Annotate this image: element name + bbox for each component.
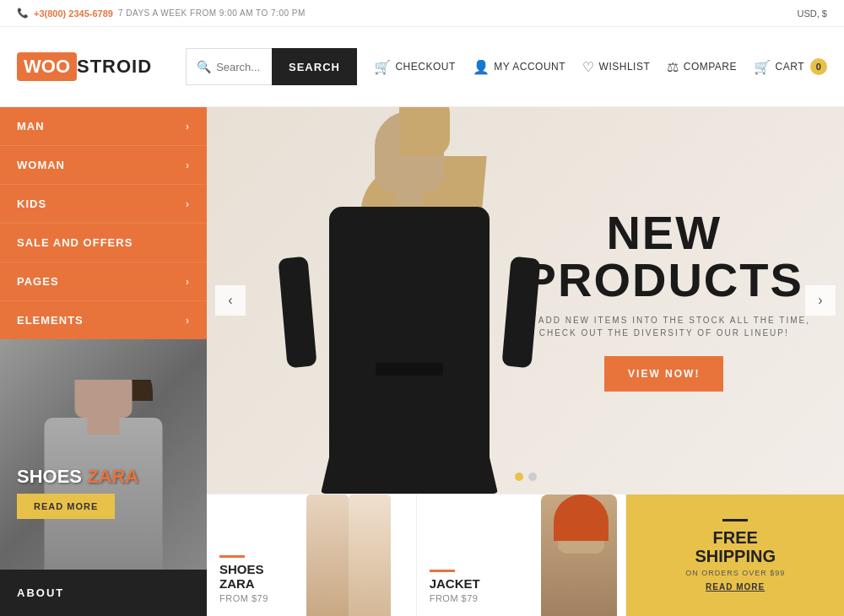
logo[interactable]: WOO STROID [17, 52, 152, 81]
promo-title: SHOES ZARA [17, 467, 138, 487]
slider-prev-button[interactable]: ‹ [215, 285, 246, 316]
compare-icon: ⚖ [667, 59, 679, 75]
compare-label: CoMpARE [684, 61, 737, 73]
wishlist-nav[interactable]: ♡ WISHLIST [582, 59, 650, 75]
product-card-jacket[interactable]: JACKET FROM $79 [417, 494, 627, 616]
cart-badge: 0 [810, 58, 827, 75]
hero-cta-button[interactable]: VIEW NOW! [604, 356, 723, 392]
about-label: ABOUT [17, 586, 64, 599]
logo-stroid[interactable]: STROID [77, 56, 152, 78]
sidebar-item-woman-label: WOMAN [17, 159, 65, 171]
sidebar-arrow-man: › [186, 121, 190, 132]
sidebar-nav: MAN › WOMAN › KIDS › SALE AND OFFERS PAG… [0, 107, 207, 339]
slider-dot-2[interactable] [528, 473, 537, 481]
sidebar-item-man[interactable]: MAN › [0, 107, 207, 146]
product-thumb-shoes [290, 494, 416, 616]
sidebar-item-kids[interactable]: KIDS › [0, 185, 207, 224]
promo-text-block: SHOES ZARA READ MORE [17, 467, 138, 519]
promo-accent: ZARA [87, 466, 138, 487]
account-icon: 👤 [473, 59, 490, 75]
product-card-shipping[interactable]: FREESHIPPING ON ORDERS OVER $99 READ MOR… [626, 494, 844, 616]
phone-icon: 📞 [17, 8, 29, 19]
hero-slider: NEW PRODUCTS WE ADD NEW ITEMS INTO THE S… [207, 107, 844, 494]
content-area: NEW PRODUCTS WE ADD NEW ITEMS INTO THE S… [207, 107, 844, 616]
sidebar-promo: SHOES ZARA READ MORE [0, 339, 207, 570]
product-accent-shoes [219, 555, 245, 558]
shipping-subtitle: ON ORDERS OVER $99 [685, 569, 785, 577]
shipping-read-more-button[interactable]: READ MORE [706, 582, 765, 592]
sidebar-item-elements[interactable]: ELEMENTS › [0, 301, 207, 339]
heart-icon: ♡ [582, 59, 595, 75]
top-bar-contact: 📞 +3(800) 2345-6789 7 DAYS A WEEK FROM 9… [17, 8, 306, 19]
phone-number[interactable]: +3(800) 2345-6789 [34, 8, 113, 19]
product-card-shoes[interactable]: SHOESZARA FROM $79 [207, 494, 417, 616]
account-nav[interactable]: 👤 MY ACCOUNT [473, 59, 565, 75]
sidebar-item-pages-label: PAGES [17, 275, 59, 288]
sidebar-arrow-kids: › [186, 198, 190, 210]
search-input-wrap: 🔍 [186, 48, 272, 85]
search-icon: 🔍 [197, 60, 211, 73]
hero-title: NEW PRODUCTS [517, 209, 810, 304]
shipping-title: FREESHIPPING [695, 528, 776, 565]
hero-model-figure [274, 131, 544, 494]
product-accent-jacket [430, 570, 455, 572]
sidebar-item-man-label: MAN [17, 120, 45, 132]
product-row: SHOESZARA FROM $79 JACKET FROM $79 [207, 494, 844, 616]
hero-text-block: NEW PRODUCTS WE ADD NEW ITEMS INTO THE S… [517, 209, 810, 392]
hero-subtitle: WE ADD NEW ITEMS INTO THE STOCK ALL THE … [517, 314, 810, 339]
currency-selector[interactable]: USD, $ [798, 8, 827, 19]
header-nav: 🛒 CHECKOUT 👤 MY ACCOUNT ♡ WISHLIST ⚖ CoM… [374, 58, 827, 75]
slider-dots [515, 473, 537, 481]
slider-next-button[interactable]: › [805, 285, 836, 316]
header: WOO STROID 🔍 SEARCH 🛒 CHECKOUT 👤 MY ACCO… [0, 27, 844, 107]
hero-title-line1: NEW [517, 209, 810, 257]
sidebar-item-elements-label: ELEMENTS [17, 314, 84, 327]
compare-nav[interactable]: ⚖ CoMpARE [667, 59, 737, 75]
sidebar-arrow-woman: › [186, 159, 190, 171]
cart-nav[interactable]: 🛒 CarT 0 [754, 58, 827, 75]
account-label: MY ACCOUNT [494, 61, 565, 73]
checkout-label: CHECKOUT [395, 61, 455, 73]
sidebar-item-sale[interactable]: SALE AND OFFERS [0, 224, 207, 262]
sidebar-arrow-pages: › [186, 276, 190, 288]
shipping-accent [722, 519, 748, 521]
sidebar-item-pages[interactable]: PAGES › [0, 262, 207, 301]
search-bar: 🔍 SEARCH [186, 48, 357, 85]
logo-woo[interactable]: WOO [17, 52, 77, 81]
promo-read-more-button[interactable]: READ MORE [17, 494, 115, 519]
wishlist-label: WISHLIST [599, 61, 651, 73]
checkout-icon: 🛒 [374, 59, 392, 75]
search-button[interactable]: SEARCH [272, 48, 357, 85]
slider-dot-1[interactable] [515, 473, 523, 481]
sidebar-item-sale-label: SALE AND OFFERS [17, 236, 133, 249]
top-bar: 📞 +3(800) 2345-6789 7 DAYS A WEEK FROM 9… [0, 0, 844, 27]
business-hours: 7 DAYS A WEEK FROM 9:00 AM TO 7:00 PM [118, 8, 306, 18]
product-thumb-jacket [500, 494, 626, 616]
cart-icon: 🛒 [754, 59, 771, 75]
main-content: MAN › WOMAN › KIDS › SALE AND OFFERS PAG… [0, 107, 844, 616]
sidebar-item-kids-label: KIDS [17, 197, 46, 210]
cart-label: CarT [776, 61, 804, 73]
sidebar-about[interactable]: ABOUT [0, 570, 207, 616]
sidebar-arrow-elements: › [186, 315, 190, 327]
hero-title-line2: PRODUCTS [517, 257, 810, 304]
search-input[interactable] [216, 61, 262, 73]
checkout-nav[interactable]: 🛒 CHECKOUT [374, 59, 456, 75]
sidebar-item-woman[interactable]: WOMAN › [0, 146, 207, 185]
sidebar: MAN › WOMAN › KIDS › SALE AND OFFERS PAG… [0, 107, 207, 616]
